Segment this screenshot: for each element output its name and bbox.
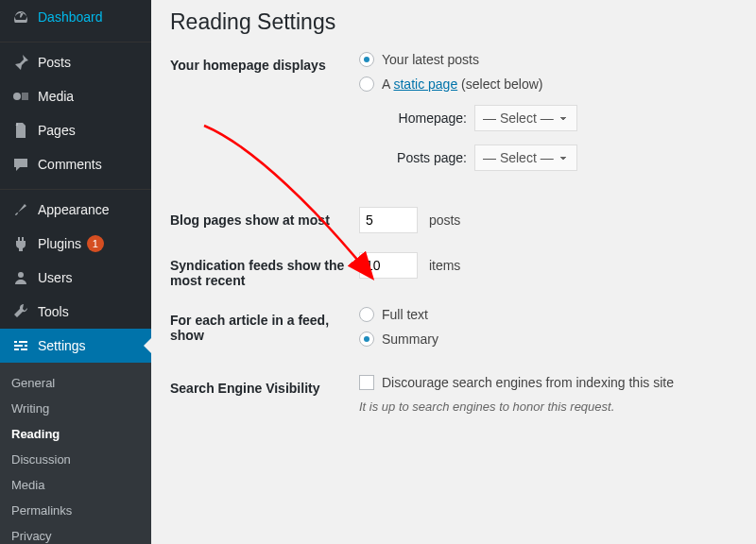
row-syndication: Syndication feeds show the most recent i… xyxy=(170,252,737,288)
page-title: Reading Settings xyxy=(170,9,737,35)
media-icon xyxy=(11,87,30,106)
sidebar-label: Tools xyxy=(38,304,69,319)
user-icon xyxy=(11,268,30,287)
submenu-discussion[interactable]: Discussion xyxy=(0,447,151,472)
field-label: For each article in a feed, show xyxy=(170,307,359,343)
field-label: Blog pages show at most xyxy=(170,207,359,228)
separator xyxy=(0,38,151,42)
settings-submenu: General Writing Reading Discussion Media… xyxy=(0,363,151,544)
sidebar-item-media[interactable]: Media xyxy=(0,79,151,113)
sidebar-label: Appearance xyxy=(38,202,110,217)
pin-icon xyxy=(11,53,30,72)
comments-icon xyxy=(11,155,30,174)
sidebar-item-appearance[interactable]: Appearance xyxy=(0,193,151,227)
separator xyxy=(0,185,151,190)
radio-label: A static page (select below) xyxy=(382,76,542,92)
brush-icon xyxy=(11,200,30,219)
sidebar-label: Dashboard xyxy=(38,9,103,25)
radio-static-page[interactable]: A static page (select below) xyxy=(359,76,737,92)
wrench-icon xyxy=(11,302,30,321)
sidebar-label: Plugins xyxy=(38,236,81,251)
select-label: Homepage: xyxy=(386,110,467,126)
checkbox-label: Discourage search engines from indexing … xyxy=(382,375,674,390)
syndication-input[interactable] xyxy=(359,252,418,279)
row-search-engine-visibility: Search Engine Visibility Discourage sear… xyxy=(170,375,737,414)
row-blog-pages: Blog pages show at most posts xyxy=(170,207,737,233)
svg-point-0 xyxy=(13,93,21,100)
unit-label: posts xyxy=(429,212,460,228)
posts-page-select-row: Posts page: — Select — xyxy=(386,144,737,171)
submenu-writing[interactable]: Writing xyxy=(0,396,151,421)
sidebar-item-plugins[interactable]: Plugins 1 xyxy=(0,227,151,261)
sidebar-label: Users xyxy=(38,270,73,285)
radio-full-text[interactable]: Full text xyxy=(359,307,737,322)
submenu-general[interactable]: General xyxy=(0,370,151,396)
sev-checkbox-row[interactable]: Discourage search engines from indexing … xyxy=(359,375,737,390)
checkbox-icon xyxy=(359,375,374,390)
pages-icon xyxy=(11,121,30,140)
row-homepage-displays: Your homepage displays Your latest posts… xyxy=(170,52,737,171)
sidebar-label: Media xyxy=(38,89,74,104)
sidebar-item-pages[interactable]: Pages xyxy=(0,113,151,147)
field-label: Syndication feeds show the most recent xyxy=(170,252,359,288)
sliders-icon xyxy=(11,336,30,355)
dashboard-icon xyxy=(11,8,30,26)
radio-label: Your latest posts xyxy=(382,52,479,67)
sidebar-item-users[interactable]: Users xyxy=(0,261,151,295)
sidebar-item-comments[interactable]: Comments xyxy=(0,147,151,181)
sidebar-item-dashboard[interactable]: Dashboard xyxy=(0,0,151,34)
sidebar-label: Pages xyxy=(38,123,76,138)
submenu-permalinks[interactable]: Permalinks xyxy=(0,498,151,523)
row-article-feed: For each article in a feed, show Full te… xyxy=(170,307,737,356)
sidebar-label: Posts xyxy=(38,55,71,70)
sidebar-item-posts[interactable]: Posts xyxy=(0,45,151,79)
homepage-select[interactable]: — Select — xyxy=(474,105,577,131)
radio-latest-posts[interactable]: Your latest posts xyxy=(359,52,737,67)
unit-label: items xyxy=(429,258,460,273)
radio-icon xyxy=(359,76,374,92)
posts-page-select[interactable]: — Select — xyxy=(474,144,577,171)
update-badge: 1 xyxy=(87,235,104,252)
field-label: Search Engine Visibility xyxy=(170,375,359,396)
submenu-reading[interactable]: Reading xyxy=(0,421,151,447)
plug-icon xyxy=(11,234,30,253)
field-label: Your homepage displays xyxy=(170,52,359,73)
submenu-media[interactable]: Media xyxy=(0,472,151,498)
sidebar-label: Settings xyxy=(38,338,86,353)
submenu-privacy[interactable]: Privacy xyxy=(0,523,151,544)
blog-pages-input[interactable] xyxy=(359,207,418,233)
sidebar-item-tools[interactable]: Tools xyxy=(0,295,151,329)
static-page-link[interactable]: static page xyxy=(393,76,457,92)
description-text: It is up to search engines to honor this… xyxy=(359,400,737,414)
select-label: Posts page: xyxy=(386,150,467,165)
sidebar-item-settings[interactable]: Settings xyxy=(0,329,151,363)
homepage-select-row: Homepage: — Select — xyxy=(386,105,737,131)
radio-icon xyxy=(359,332,374,347)
sidebar-label: Comments xyxy=(38,157,102,172)
radio-label: Summary xyxy=(382,332,438,347)
admin-sidebar: Dashboard Posts Media Pages Comments App… xyxy=(0,0,151,544)
radio-icon xyxy=(359,307,374,322)
radio-label: Full text xyxy=(382,307,428,322)
svg-point-1 xyxy=(18,272,24,278)
content-area: Reading Settings Your homepage displays … xyxy=(151,0,756,544)
radio-icon xyxy=(359,52,374,67)
radio-summary[interactable]: Summary xyxy=(359,332,737,347)
